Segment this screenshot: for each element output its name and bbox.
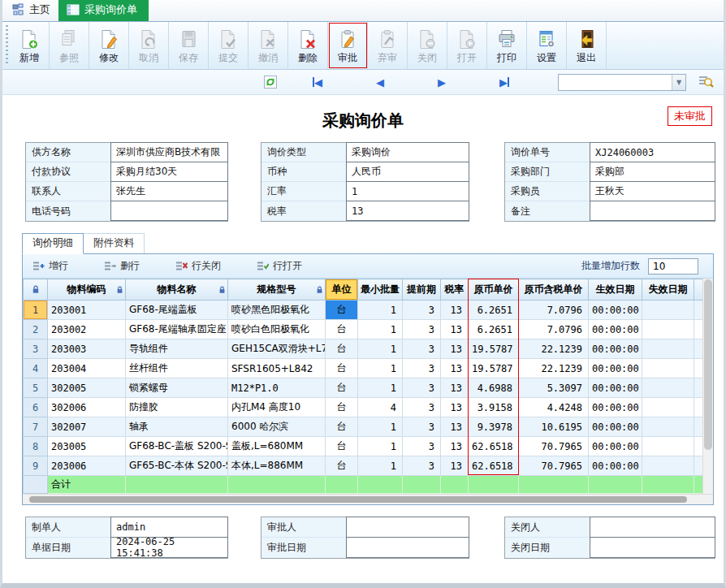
- grid-cell[interactable]: 13: [441, 320, 469, 339]
- grid-cell[interactable]: [642, 437, 694, 456]
- grid-cell[interactable]: 导轨组件: [126, 339, 228, 359]
- col-header-unit[interactable]: 单位: [326, 279, 358, 300]
- grid-cell[interactable]: GEH15CA双滑块+L775: [228, 339, 326, 359]
- batch-add-rows-input[interactable]: [648, 258, 698, 275]
- grid-cell[interactable]: 台: [326, 339, 358, 359]
- open-row-button[interactable]: 行打开: [257, 259, 302, 273]
- grid-cell[interactable]: 轴承: [126, 417, 228, 437]
- grid-cell[interactable]: 1: [358, 300, 403, 320]
- grid-cell[interactable]: 3: [403, 437, 441, 456]
- grid-cell[interactable]: GF68-BC-盖板 S200-S200: [126, 437, 228, 456]
- new-button[interactable]: 新增: [10, 22, 50, 69]
- grid-cell[interactable]: 00:00:00: [589, 300, 642, 320]
- grid-cell[interactable]: 4.6988: [469, 378, 519, 398]
- tab-purchase-inquiry[interactable]: 采购询价单: [58, 0, 149, 21]
- add-row-button[interactable]: 增行: [32, 259, 68, 273]
- cancel-button[interactable]: 取消: [129, 22, 169, 69]
- col-header-spec[interactable]: 规格型号: [228, 279, 326, 300]
- row-number[interactable]: 8: [24, 437, 48, 456]
- grid-cell[interactable]: [694, 320, 703, 339]
- grid-cell[interactable]: SFSR1605+L842: [228, 359, 326, 378]
- payment-field[interactable]: 采购月结30天: [110, 162, 228, 182]
- grid-cell[interactable]: 1: [358, 320, 403, 339]
- grid-cell[interactable]: [694, 300, 703, 320]
- grid-cell[interactable]: 喷砂黑色阳极氧化: [228, 300, 326, 320]
- grid-cell[interactable]: 203005: [48, 437, 126, 456]
- purchaser-field[interactable]: 王秋天: [590, 181, 715, 201]
- previous-record-button[interactable]: ◀: [376, 77, 384, 88]
- grid-cell[interactable]: 1: [358, 437, 403, 456]
- approver-field[interactable]: [346, 517, 469, 538]
- grid-cell[interactable]: 13: [441, 456, 469, 476]
- row-number[interactable]: 1: [24, 300, 48, 320]
- grid-cell[interactable]: 7.0796: [519, 320, 589, 339]
- save-button[interactable]: 保存: [169, 22, 209, 69]
- grid-cell[interactable]: [694, 417, 703, 437]
- grid-cell[interactable]: 3: [403, 320, 441, 339]
- grid-cell[interactable]: 13: [441, 398, 469, 417]
- grid-cell[interactable]: 台: [326, 320, 358, 339]
- row-number[interactable]: 4: [24, 359, 48, 378]
- grid-cell[interactable]: 3: [403, 378, 441, 398]
- grid-cell[interactable]: 10.6195: [519, 417, 589, 437]
- grid-cell[interactable]: M12*P1.0: [228, 378, 326, 398]
- grid-cell[interactable]: 6.2651: [469, 300, 519, 320]
- contact-field[interactable]: 张先生: [110, 181, 228, 201]
- col-header-tax-price[interactable]: 原币含税单价: [519, 279, 589, 300]
- row-number[interactable]: 2: [24, 320, 48, 339]
- grid-cell[interactable]: 00:00:00: [589, 398, 642, 417]
- grid-cell[interactable]: 台: [326, 437, 358, 456]
- grid-cell[interactable]: 3: [403, 456, 441, 476]
- last-record-button[interactable]: ▶: [499, 77, 509, 88]
- grid-cell-selected[interactable]: 台: [326, 300, 358, 320]
- tab-attachments[interactable]: 附件资料: [84, 233, 145, 253]
- exchange-rate-field[interactable]: 1: [346, 181, 469, 201]
- col-header-code[interactable]: 物料编码: [48, 279, 126, 300]
- col-header-expiry[interactable]: 失效日期: [642, 279, 694, 300]
- row-number[interactable]: 7: [24, 417, 48, 437]
- col-header-min-batch[interactable]: 最小批量: [358, 279, 403, 300]
- grid-cell[interactable]: 00:00:00: [589, 359, 642, 378]
- grid-cell[interactable]: [694, 359, 703, 378]
- grid-cell[interactable]: 13: [441, 417, 469, 437]
- grid-cell[interactable]: 1: [358, 339, 403, 359]
- undo-button[interactable]: 撤消: [248, 22, 288, 69]
- grid-cell[interactable]: 00:00:00: [589, 320, 642, 339]
- delete-button[interactable]: 删除: [288, 22, 328, 69]
- remark-field[interactable]: [590, 201, 715, 221]
- col-header-lead-time[interactable]: 提前期: [403, 279, 441, 300]
- grid-cell[interactable]: 4: [358, 398, 403, 417]
- grid-cell[interactable]: [694, 456, 703, 476]
- open-doc-button[interactable]: 打开: [447, 22, 487, 69]
- grid-cell[interactable]: 喷砂白色阳极氧化: [228, 320, 326, 339]
- grid-cell[interactable]: 3: [403, 300, 441, 320]
- grid-cell[interactable]: GF65-BC-本体 S200-S200: [126, 456, 228, 476]
- horizontal-scrollbar[interactable]: [23, 494, 713, 504]
- close-doc-button[interactable]: 关闭: [408, 22, 447, 69]
- grid-cell[interactable]: [694, 437, 703, 456]
- grid-cell[interactable]: 本体,L=886MM: [228, 456, 326, 476]
- grid-cell[interactable]: 台: [326, 456, 358, 476]
- grid-cell[interactable]: 3: [403, 398, 441, 417]
- grid-cell[interactable]: 4.4248: [519, 398, 589, 417]
- grid-cell[interactable]: 1: [358, 417, 403, 437]
- settings-button[interactable]: 设置: [527, 22, 567, 69]
- row-number[interactable]: 6: [24, 398, 48, 417]
- col-header-name[interactable]: 物料名称: [126, 279, 228, 300]
- grid-cell[interactable]: [694, 339, 703, 359]
- submit-button[interactable]: 提交: [209, 22, 248, 69]
- phone-field[interactable]: [110, 201, 228, 221]
- row-number[interactable]: 9: [24, 456, 48, 476]
- col-header-price[interactable]: 原币单价: [469, 279, 519, 300]
- grid-cell[interactable]: [642, 398, 694, 417]
- grid-cell[interactable]: 1: [358, 456, 403, 476]
- tax-rate-field[interactable]: 13: [346, 201, 469, 221]
- approve-button[interactable]: 审批: [328, 22, 368, 69]
- row-number[interactable]: 5: [24, 378, 48, 398]
- grid-cell[interactable]: GF68-尾端轴承固定座: [126, 320, 228, 339]
- grid-cell[interactable]: 62.6518: [469, 437, 519, 456]
- grid-cell[interactable]: 盖板,L=680MM: [228, 437, 326, 456]
- first-record-button[interactable]: ◀: [313, 77, 322, 88]
- grid-cell[interactable]: 22.1239: [519, 339, 589, 359]
- vertical-scrollbar[interactable]: [702, 279, 713, 494]
